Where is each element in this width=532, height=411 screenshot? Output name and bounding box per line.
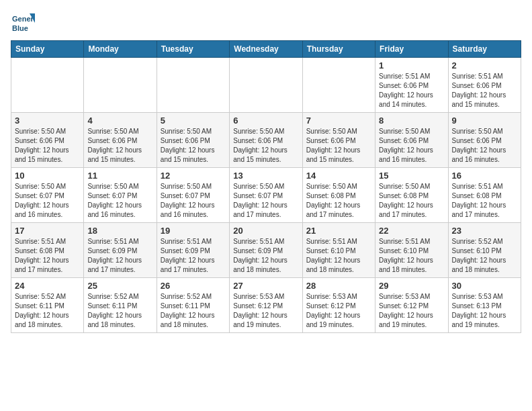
day-info: Sunrise: 5:51 AM Sunset: 6:08 PM Dayligh… — [452, 182, 517, 220]
calendar-cell: 6Sunrise: 5:50 AM Sunset: 6:06 PM Daylig… — [230, 113, 302, 168]
day-number: 24 — [15, 281, 80, 291]
day-info: Sunrise: 5:52 AM Sunset: 6:11 PM Dayligh… — [161, 292, 226, 330]
day-info: Sunrise: 5:51 AM Sunset: 6:09 PM Dayligh… — [233, 237, 298, 275]
day-number: 4 — [87, 116, 152, 126]
day-number: 22 — [379, 226, 444, 236]
day-info: Sunrise: 5:51 AM Sunset: 6:06 PM Dayligh… — [452, 72, 517, 109]
logo: General Blue — [11, 11, 38, 35]
calendar-cell: 10Sunrise: 5:50 AM Sunset: 6:07 PM Dayli… — [11, 168, 84, 223]
day-number: 20 — [233, 226, 298, 236]
calendar-cell: 8Sunrise: 5:50 AM Sunset: 6:06 PM Daylig… — [375, 113, 448, 168]
day-number: 26 — [161, 281, 226, 291]
day-number: 8 — [379, 116, 444, 126]
weekday-header-sunday: Sunday — [11, 41, 84, 58]
day-number: 2 — [452, 60, 517, 71]
day-number: 13 — [233, 171, 298, 181]
day-number: 19 — [161, 226, 226, 236]
calendar-cell: 4Sunrise: 5:50 AM Sunset: 6:06 PM Daylig… — [84, 113, 157, 168]
day-info: Sunrise: 5:51 AM Sunset: 6:08 PM Dayligh… — [15, 237, 80, 275]
calendar-cell: 19Sunrise: 5:51 AM Sunset: 6:09 PM Dayli… — [157, 223, 229, 278]
day-info: Sunrise: 5:51 AM Sunset: 6:09 PM Dayligh… — [161, 237, 226, 275]
week-row-2: 3Sunrise: 5:50 AM Sunset: 6:06 PM Daylig… — [11, 113, 521, 168]
day-number: 23 — [452, 226, 517, 236]
day-info: Sunrise: 5:52 AM Sunset: 6:11 PM Dayligh… — [15, 292, 80, 330]
calendar-cell: 1Sunrise: 5:51 AM Sunset: 6:06 PM Daylig… — [375, 58, 448, 113]
calendar-cell: 24Sunrise: 5:52 AM Sunset: 6:11 PM Dayli… — [11, 278, 84, 333]
calendar-cell: 23Sunrise: 5:52 AM Sunset: 6:10 PM Dayli… — [448, 223, 521, 278]
calendar-cell: 13Sunrise: 5:50 AM Sunset: 6:07 PM Dayli… — [230, 168, 302, 223]
svg-text:Blue: Blue — [12, 24, 28, 32]
calendar-cell: 3Sunrise: 5:50 AM Sunset: 6:06 PM Daylig… — [11, 113, 84, 168]
day-number: 16 — [452, 171, 517, 181]
day-number: 28 — [306, 281, 371, 291]
calendar-cell — [11, 58, 84, 113]
day-info: Sunrise: 5:51 AM Sunset: 6:10 PM Dayligh… — [306, 237, 371, 275]
day-info: Sunrise: 5:50 AM Sunset: 6:07 PM Dayligh… — [15, 182, 80, 220]
calendar-cell: 15Sunrise: 5:50 AM Sunset: 6:08 PM Dayli… — [375, 168, 448, 223]
day-number: 17 — [15, 226, 80, 236]
calendar-cell: 28Sunrise: 5:53 AM Sunset: 6:12 PM Dayli… — [302, 278, 375, 333]
calendar-cell: 21Sunrise: 5:51 AM Sunset: 6:10 PM Dayli… — [302, 223, 375, 278]
calendar-cell: 9Sunrise: 5:50 AM Sunset: 6:06 PM Daylig… — [448, 113, 521, 168]
day-info: Sunrise: 5:53 AM Sunset: 6:12 PM Dayligh… — [233, 292, 298, 330]
day-number: 15 — [379, 171, 444, 181]
calendar-cell: 20Sunrise: 5:51 AM Sunset: 6:09 PM Dayli… — [230, 223, 302, 278]
day-number: 5 — [161, 116, 226, 126]
calendar-cell — [157, 58, 229, 113]
day-number: 12 — [161, 171, 226, 181]
day-info: Sunrise: 5:50 AM Sunset: 6:06 PM Dayligh… — [452, 127, 517, 165]
logo-icon: General Blue — [11, 11, 35, 35]
day-info: Sunrise: 5:50 AM Sunset: 6:07 PM Dayligh… — [87, 182, 152, 220]
calendar-cell — [230, 58, 302, 113]
header: General Blue — [11, 11, 521, 35]
calendar-cell: 14Sunrise: 5:50 AM Sunset: 6:08 PM Dayli… — [302, 168, 375, 223]
calendar-cell: 2Sunrise: 5:51 AM Sunset: 6:06 PM Daylig… — [448, 58, 521, 113]
calendar-cell: 16Sunrise: 5:51 AM Sunset: 6:08 PM Dayli… — [448, 168, 521, 223]
day-number: 18 — [87, 226, 152, 236]
day-info: Sunrise: 5:50 AM Sunset: 6:08 PM Dayligh… — [306, 182, 371, 220]
day-number: 11 — [87, 171, 152, 181]
calendar-table: SundayMondayTuesdayWednesdayThursdayFrid… — [11, 40, 521, 333]
day-number: 21 — [306, 226, 371, 236]
weekday-header-friday: Friday — [375, 41, 448, 58]
week-row-5: 24Sunrise: 5:52 AM Sunset: 6:11 PM Dayli… — [11, 278, 521, 333]
calendar-cell: 12Sunrise: 5:50 AM Sunset: 6:07 PM Dayli… — [157, 168, 229, 223]
calendar-cell: 11Sunrise: 5:50 AM Sunset: 6:07 PM Dayli… — [84, 168, 157, 223]
weekday-header-row: SundayMondayTuesdayWednesdayThursdayFrid… — [11, 41, 521, 58]
week-row-4: 17Sunrise: 5:51 AM Sunset: 6:08 PM Dayli… — [11, 223, 521, 278]
calendar-cell: 7Sunrise: 5:50 AM Sunset: 6:06 PM Daylig… — [302, 113, 375, 168]
day-number: 10 — [15, 171, 80, 181]
calendar-cell: 26Sunrise: 5:52 AM Sunset: 6:11 PM Dayli… — [157, 278, 229, 333]
calendar-cell — [84, 58, 157, 113]
day-info: Sunrise: 5:50 AM Sunset: 6:07 PM Dayligh… — [161, 182, 226, 220]
week-row-3: 10Sunrise: 5:50 AM Sunset: 6:07 PM Dayli… — [11, 168, 521, 223]
calendar-cell: 22Sunrise: 5:51 AM Sunset: 6:10 PM Dayli… — [375, 223, 448, 278]
calendar-cell: 27Sunrise: 5:53 AM Sunset: 6:12 PM Dayli… — [230, 278, 302, 333]
day-info: Sunrise: 5:50 AM Sunset: 6:07 PM Dayligh… — [233, 182, 298, 220]
day-info: Sunrise: 5:52 AM Sunset: 6:10 PM Dayligh… — [452, 237, 517, 275]
day-info: Sunrise: 5:51 AM Sunset: 6:10 PM Dayligh… — [379, 237, 444, 275]
calendar-cell: 17Sunrise: 5:51 AM Sunset: 6:08 PM Dayli… — [11, 223, 84, 278]
day-info: Sunrise: 5:50 AM Sunset: 6:06 PM Dayligh… — [87, 127, 152, 165]
day-info: Sunrise: 5:53 AM Sunset: 6:13 PM Dayligh… — [452, 292, 517, 330]
day-number: 29 — [379, 281, 444, 291]
calendar-cell: 25Sunrise: 5:52 AM Sunset: 6:11 PM Dayli… — [84, 278, 157, 333]
weekday-header-monday: Monday — [84, 41, 157, 58]
day-info: Sunrise: 5:51 AM Sunset: 6:06 PM Dayligh… — [379, 72, 444, 109]
day-number: 25 — [87, 281, 152, 291]
day-number: 7 — [306, 116, 371, 126]
day-number: 14 — [306, 171, 371, 181]
day-number: 9 — [452, 116, 517, 126]
day-info: Sunrise: 5:50 AM Sunset: 6:06 PM Dayligh… — [15, 127, 80, 165]
calendar-cell: 30Sunrise: 5:53 AM Sunset: 6:13 PM Dayli… — [448, 278, 521, 333]
calendar-cell — [302, 58, 375, 113]
calendar-cell: 29Sunrise: 5:53 AM Sunset: 6:12 PM Dayli… — [375, 278, 448, 333]
day-info: Sunrise: 5:50 AM Sunset: 6:08 PM Dayligh… — [379, 182, 444, 220]
weekday-header-wednesday: Wednesday — [230, 41, 302, 58]
day-number: 30 — [452, 281, 517, 291]
weekday-header-thursday: Thursday — [302, 41, 375, 58]
day-number: 1 — [379, 60, 444, 71]
weekday-header-saturday: Saturday — [448, 41, 521, 58]
day-info: Sunrise: 5:50 AM Sunset: 6:06 PM Dayligh… — [233, 127, 298, 165]
day-info: Sunrise: 5:50 AM Sunset: 6:06 PM Dayligh… — [306, 127, 371, 165]
